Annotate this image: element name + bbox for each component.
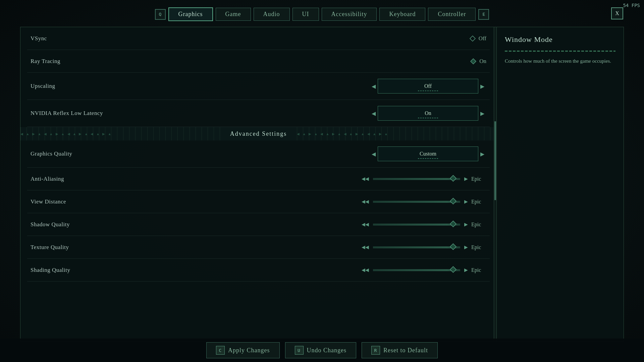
nvidia-reflex-value: On bbox=[378, 106, 478, 121]
info-panel-description: Controls how much of the screen the game… bbox=[505, 57, 615, 65]
view-distance-value: Epic bbox=[471, 199, 486, 205]
nvidia-reflex-row: NVIDIA Reflex Low Latency ◀ On ▶ bbox=[27, 100, 490, 127]
reset-default-button[interactable]: R Reset to Default bbox=[362, 342, 438, 358]
anti-aliasing-next[interactable]: ▶ bbox=[464, 176, 468, 182]
graphics-quality-prev-arrow[interactable]: ◀ bbox=[370, 151, 378, 157]
upscaling-prev-arrow[interactable]: ◀ bbox=[370, 83, 378, 89]
texture-quality-next[interactable]: ▶ bbox=[464, 244, 468, 250]
apply-changes-button[interactable]: C Apply Changes bbox=[206, 342, 280, 358]
view-distance-handle[interactable] bbox=[449, 197, 457, 206]
undo-changes-key: U bbox=[295, 346, 304, 355]
anti-aliasing-slider[interactable]: ◀◀ ▶ Epic bbox=[362, 176, 486, 182]
advanced-settings-content: Graphics Quality ◀ Custom ▶ Anti-Aliasin… bbox=[20, 140, 496, 282]
nav-bar: Q Graphics Game Audio UI Accessibility K… bbox=[0, 7, 644, 21]
graphics-quality-value: Custom bbox=[378, 146, 478, 161]
reset-default-label: Reset to Default bbox=[383, 347, 428, 354]
texture-quality-value: Epic bbox=[471, 244, 486, 250]
graphics-quality-row: Graphics Quality ◀ Custom ▶ bbox=[27, 140, 490, 168]
shadow-quality-double-prev[interactable]: ◀◀ bbox=[362, 222, 369, 227]
upscaling-selector[interactable]: ◀ Off ▶ bbox=[370, 79, 486, 94]
upscaling-value: Off bbox=[378, 79, 478, 94]
shading-quality-track[interactable] bbox=[373, 269, 460, 271]
info-panel-title: Window Mode bbox=[505, 35, 615, 44]
settings-content: VSync Off Ray Tracing On bbox=[20, 27, 496, 127]
shadow-quality-next[interactable]: ▶ bbox=[464, 222, 468, 227]
anti-aliasing-value: Epic bbox=[471, 176, 486, 182]
nvidia-reflex-label: NVIDIA Reflex Low Latency bbox=[31, 110, 370, 117]
main-container: VSync Off Ray Tracing On bbox=[20, 27, 624, 342]
texture-quality-double-prev[interactable]: ◀◀ bbox=[362, 244, 369, 250]
shadow-quality-row: Shadow Quality ◀◀ ▶ Epic bbox=[27, 213, 490, 236]
svg-marker-5 bbox=[450, 244, 456, 250]
tab-audio[interactable]: Audio bbox=[254, 8, 290, 21]
shading-quality-label: Shading Quality bbox=[31, 267, 362, 274]
settings-panel: VSync Off Ray Tracing On bbox=[20, 27, 496, 342]
texture-quality-label: Texture Quality bbox=[31, 244, 362, 251]
svg-marker-3 bbox=[450, 198, 456, 204]
shading-quality-double-prev[interactable]: ◀◀ bbox=[362, 267, 369, 273]
nvidia-reflex-prev-arrow[interactable]: ◀ bbox=[370, 110, 378, 117]
texture-quality-handle[interactable] bbox=[449, 243, 457, 252]
vsync-row: VSync Off bbox=[27, 27, 490, 50]
info-panel: Window Mode Controls how much of the scr… bbox=[496, 27, 624, 342]
view-distance-row: View Distance ◀◀ ▶ Epic bbox=[27, 190, 490, 213]
graphics-quality-label: Graphics Quality bbox=[31, 150, 370, 157]
adv-right-decoration bbox=[297, 127, 496, 140]
svg-marker-4 bbox=[450, 221, 456, 227]
anti-aliasing-row: Anti-Aliasing ◀◀ ▶ Epic bbox=[27, 168, 490, 190]
vsync-label: VSync bbox=[31, 35, 469, 42]
anti-aliasing-label: Anti-Aliasing bbox=[31, 176, 362, 182]
vsync-control[interactable]: Off bbox=[469, 35, 486, 42]
action-bar: C Apply Changes U Undo Changes R Reset t… bbox=[0, 339, 644, 362]
reset-default-key: R bbox=[371, 346, 380, 355]
close-button[interactable]: X bbox=[611, 7, 623, 19]
view-distance-slider[interactable]: ◀◀ ▶ Epic bbox=[362, 199, 486, 205]
vsync-value: Off bbox=[479, 35, 486, 42]
tab-controller[interactable]: Controller bbox=[428, 8, 476, 21]
tab-ui[interactable]: UI bbox=[292, 8, 319, 21]
shading-quality-row: Shading Quality ◀◀ ▶ Epic bbox=[27, 259, 490, 282]
shadow-quality-handle[interactable] bbox=[449, 220, 457, 229]
nav-right-key[interactable]: E bbox=[478, 9, 489, 20]
shading-quality-next[interactable]: ▶ bbox=[464, 267, 468, 273]
anti-aliasing-handle[interactable] bbox=[449, 175, 457, 183]
nav-left-key[interactable]: Q bbox=[155, 9, 166, 20]
ray-tracing-row: Ray Tracing On bbox=[27, 50, 490, 73]
view-distance-track[interactable] bbox=[373, 201, 460, 202]
tab-graphics[interactable]: Graphics bbox=[168, 7, 213, 21]
vsync-diamond-icon bbox=[469, 35, 476, 42]
texture-quality-row: Texture Quality ◀◀ ▶ Epic bbox=[27, 236, 490, 259]
view-distance-double-prev[interactable]: ◀◀ bbox=[362, 199, 369, 204]
adv-left-decoration bbox=[20, 127, 220, 140]
nvidia-reflex-selector[interactable]: ◀ On ▶ bbox=[370, 106, 486, 121]
undo-changes-button[interactable]: U Undo Changes bbox=[285, 342, 357, 358]
shadow-quality-value: Epic bbox=[471, 222, 486, 228]
texture-quality-track[interactable] bbox=[373, 247, 460, 248]
upscaling-label: Upscaling bbox=[31, 83, 370, 89]
tab-accessibility[interactable]: Accessibility bbox=[322, 8, 377, 21]
shading-quality-value: Epic bbox=[471, 267, 486, 273]
anti-aliasing-double-prev[interactable]: ◀◀ bbox=[362, 176, 369, 182]
scrollbar[interactable] bbox=[494, 27, 496, 342]
tab-game[interactable]: Game bbox=[216, 8, 251, 21]
shadow-quality-slider[interactable]: ◀◀ ▶ Epic bbox=[362, 222, 486, 228]
upscaling-next-arrow[interactable]: ▶ bbox=[478, 83, 486, 89]
graphics-quality-selector[interactable]: ◀ Custom ▶ bbox=[370, 146, 486, 161]
shadow-quality-track[interactable] bbox=[373, 224, 460, 225]
texture-quality-slider[interactable]: ◀◀ ▶ Epic bbox=[362, 244, 486, 250]
view-distance-label: View Distance bbox=[31, 198, 362, 205]
view-distance-next[interactable]: ▶ bbox=[464, 199, 468, 204]
undo-changes-label: Undo Changes bbox=[307, 347, 347, 354]
shading-quality-slider[interactable]: ◀◀ ▶ Epic bbox=[362, 267, 486, 273]
graphics-quality-next-arrow[interactable]: ▶ bbox=[478, 151, 486, 157]
nvidia-reflex-next-arrow[interactable]: ▶ bbox=[478, 110, 486, 117]
anti-aliasing-track[interactable] bbox=[373, 178, 460, 180]
ray-tracing-control[interactable]: On bbox=[470, 58, 486, 65]
scroll-thumb[interactable] bbox=[494, 121, 496, 200]
svg-marker-6 bbox=[450, 266, 456, 273]
advanced-settings-header: Advanced Settings bbox=[20, 127, 496, 140]
shading-quality-handle[interactable] bbox=[449, 266, 457, 275]
info-panel-divider bbox=[505, 51, 615, 52]
tab-keyboard[interactable]: Keyboard bbox=[379, 8, 425, 21]
svg-marker-1 bbox=[471, 59, 476, 64]
